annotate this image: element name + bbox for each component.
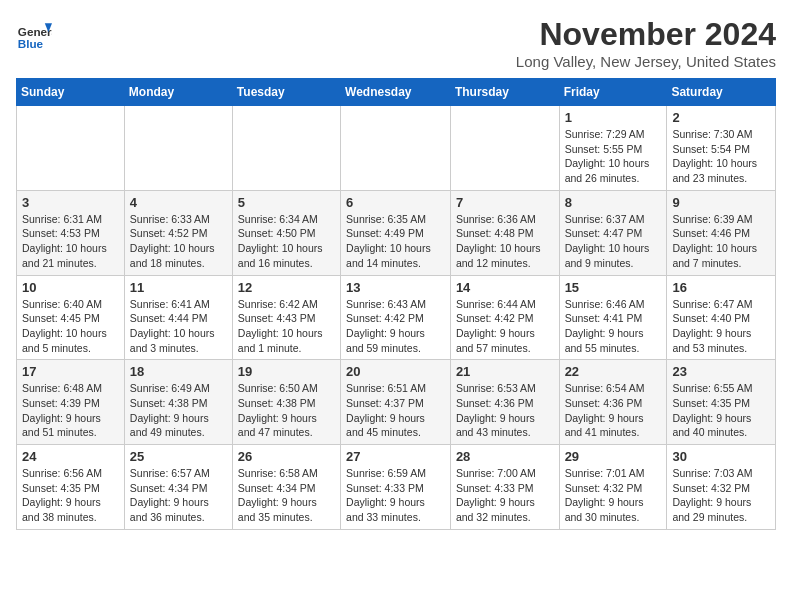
day-info: Sunrise: 6:42 AM Sunset: 4:43 PM Dayligh… (238, 297, 335, 356)
day-number: 19 (238, 364, 335, 379)
calendar-cell (232, 106, 340, 191)
day-info: Sunrise: 6:49 AM Sunset: 4:38 PM Dayligh… (130, 381, 227, 440)
day-info: Sunrise: 6:50 AM Sunset: 4:38 PM Dayligh… (238, 381, 335, 440)
calendar-cell: 20Sunrise: 6:51 AM Sunset: 4:37 PM Dayli… (341, 360, 451, 445)
day-info: Sunrise: 6:37 AM Sunset: 4:47 PM Dayligh… (565, 212, 662, 271)
day-number: 27 (346, 449, 445, 464)
day-info: Sunrise: 6:46 AM Sunset: 4:41 PM Dayligh… (565, 297, 662, 356)
day-info: Sunrise: 7:00 AM Sunset: 4:33 PM Dayligh… (456, 466, 554, 525)
day-info: Sunrise: 6:58 AM Sunset: 4:34 PM Dayligh… (238, 466, 335, 525)
calendar-cell: 26Sunrise: 6:58 AM Sunset: 4:34 PM Dayli… (232, 445, 340, 530)
logo: General Blue (16, 16, 56, 52)
svg-text:Blue: Blue (18, 37, 44, 50)
day-header-tuesday: Tuesday (232, 79, 340, 106)
calendar-cell: 13Sunrise: 6:43 AM Sunset: 4:42 PM Dayli… (341, 275, 451, 360)
day-header-monday: Monday (124, 79, 232, 106)
calendar-cell: 4Sunrise: 6:33 AM Sunset: 4:52 PM Daylig… (124, 190, 232, 275)
day-info: Sunrise: 7:03 AM Sunset: 4:32 PM Dayligh… (672, 466, 770, 525)
day-info: Sunrise: 6:56 AM Sunset: 4:35 PM Dayligh… (22, 466, 119, 525)
calendar-cell: 5Sunrise: 6:34 AM Sunset: 4:50 PM Daylig… (232, 190, 340, 275)
day-number: 16 (672, 280, 770, 295)
calendar-cell: 1Sunrise: 7:29 AM Sunset: 5:55 PM Daylig… (559, 106, 667, 191)
calendar-body: 1Sunrise: 7:29 AM Sunset: 5:55 PM Daylig… (17, 106, 776, 530)
day-info: Sunrise: 6:44 AM Sunset: 4:42 PM Dayligh… (456, 297, 554, 356)
day-info: Sunrise: 6:48 AM Sunset: 4:39 PM Dayligh… (22, 381, 119, 440)
calendar-cell: 6Sunrise: 6:35 AM Sunset: 4:49 PM Daylig… (341, 190, 451, 275)
day-number: 7 (456, 195, 554, 210)
day-number: 1 (565, 110, 662, 125)
day-number: 3 (22, 195, 119, 210)
day-number: 15 (565, 280, 662, 295)
day-header-saturday: Saturday (667, 79, 776, 106)
day-number: 30 (672, 449, 770, 464)
day-info: Sunrise: 6:59 AM Sunset: 4:33 PM Dayligh… (346, 466, 445, 525)
day-header-sunday: Sunday (17, 79, 125, 106)
calendar-cell: 10Sunrise: 6:40 AM Sunset: 4:45 PM Dayli… (17, 275, 125, 360)
title-block: November 2024 Long Valley, New Jersey, U… (516, 16, 776, 70)
calendar-cell: 8Sunrise: 6:37 AM Sunset: 4:47 PM Daylig… (559, 190, 667, 275)
day-number: 23 (672, 364, 770, 379)
calendar-cell: 9Sunrise: 6:39 AM Sunset: 4:46 PM Daylig… (667, 190, 776, 275)
day-info: Sunrise: 6:33 AM Sunset: 4:52 PM Dayligh… (130, 212, 227, 271)
day-number: 29 (565, 449, 662, 464)
day-number: 25 (130, 449, 227, 464)
day-number: 26 (238, 449, 335, 464)
day-number: 8 (565, 195, 662, 210)
calendar-cell: 3Sunrise: 6:31 AM Sunset: 4:53 PM Daylig… (17, 190, 125, 275)
calendar-cell: 19Sunrise: 6:50 AM Sunset: 4:38 PM Dayli… (232, 360, 340, 445)
calendar-cell: 21Sunrise: 6:53 AM Sunset: 4:36 PM Dayli… (450, 360, 559, 445)
day-header-thursday: Thursday (450, 79, 559, 106)
day-info: Sunrise: 7:01 AM Sunset: 4:32 PM Dayligh… (565, 466, 662, 525)
day-info: Sunrise: 6:36 AM Sunset: 4:48 PM Dayligh… (456, 212, 554, 271)
day-number: 20 (346, 364, 445, 379)
day-number: 17 (22, 364, 119, 379)
day-info: Sunrise: 6:54 AM Sunset: 4:36 PM Dayligh… (565, 381, 662, 440)
day-info: Sunrise: 6:57 AM Sunset: 4:34 PM Dayligh… (130, 466, 227, 525)
calendar-cell: 24Sunrise: 6:56 AM Sunset: 4:35 PM Dayli… (17, 445, 125, 530)
calendar-cell: 22Sunrise: 6:54 AM Sunset: 4:36 PM Dayli… (559, 360, 667, 445)
day-info: Sunrise: 6:39 AM Sunset: 4:46 PM Dayligh… (672, 212, 770, 271)
day-info: Sunrise: 6:53 AM Sunset: 4:36 PM Dayligh… (456, 381, 554, 440)
week-row-2: 3Sunrise: 6:31 AM Sunset: 4:53 PM Daylig… (17, 190, 776, 275)
day-info: Sunrise: 6:43 AM Sunset: 4:42 PM Dayligh… (346, 297, 445, 356)
calendar-cell: 23Sunrise: 6:55 AM Sunset: 4:35 PM Dayli… (667, 360, 776, 445)
week-row-4: 17Sunrise: 6:48 AM Sunset: 4:39 PM Dayli… (17, 360, 776, 445)
day-number: 4 (130, 195, 227, 210)
calendar-cell: 7Sunrise: 6:36 AM Sunset: 4:48 PM Daylig… (450, 190, 559, 275)
calendar-cell (17, 106, 125, 191)
calendar-cell: 11Sunrise: 6:41 AM Sunset: 4:44 PM Dayli… (124, 275, 232, 360)
day-number: 28 (456, 449, 554, 464)
calendar-cell: 2Sunrise: 7:30 AM Sunset: 5:54 PM Daylig… (667, 106, 776, 191)
day-info: Sunrise: 6:47 AM Sunset: 4:40 PM Dayligh… (672, 297, 770, 356)
day-number: 18 (130, 364, 227, 379)
day-number: 2 (672, 110, 770, 125)
day-number: 5 (238, 195, 335, 210)
month-title: November 2024 (516, 16, 776, 53)
day-number: 24 (22, 449, 119, 464)
day-number: 6 (346, 195, 445, 210)
week-row-1: 1Sunrise: 7:29 AM Sunset: 5:55 PM Daylig… (17, 106, 776, 191)
day-number: 21 (456, 364, 554, 379)
calendar-cell (124, 106, 232, 191)
calendar-cell: 29Sunrise: 7:01 AM Sunset: 4:32 PM Dayli… (559, 445, 667, 530)
day-info: Sunrise: 7:29 AM Sunset: 5:55 PM Dayligh… (565, 127, 662, 186)
calendar-cell: 25Sunrise: 6:57 AM Sunset: 4:34 PM Dayli… (124, 445, 232, 530)
day-info: Sunrise: 6:55 AM Sunset: 4:35 PM Dayligh… (672, 381, 770, 440)
day-number: 13 (346, 280, 445, 295)
calendar-cell: 17Sunrise: 6:48 AM Sunset: 4:39 PM Dayli… (17, 360, 125, 445)
day-info: Sunrise: 6:34 AM Sunset: 4:50 PM Dayligh… (238, 212, 335, 271)
day-number: 10 (22, 280, 119, 295)
calendar-cell (341, 106, 451, 191)
logo-icon: General Blue (16, 16, 52, 52)
day-number: 22 (565, 364, 662, 379)
day-info: Sunrise: 6:40 AM Sunset: 4:45 PM Dayligh… (22, 297, 119, 356)
day-header-wednesday: Wednesday (341, 79, 451, 106)
calendar-cell: 28Sunrise: 7:00 AM Sunset: 4:33 PM Dayli… (450, 445, 559, 530)
calendar-cell: 30Sunrise: 7:03 AM Sunset: 4:32 PM Dayli… (667, 445, 776, 530)
day-info: Sunrise: 7:30 AM Sunset: 5:54 PM Dayligh… (672, 127, 770, 186)
calendar-cell (450, 106, 559, 191)
calendar-header-row: SundayMondayTuesdayWednesdayThursdayFrid… (17, 79, 776, 106)
day-number: 9 (672, 195, 770, 210)
day-info: Sunrise: 6:31 AM Sunset: 4:53 PM Dayligh… (22, 212, 119, 271)
calendar-cell: 18Sunrise: 6:49 AM Sunset: 4:38 PM Dayli… (124, 360, 232, 445)
